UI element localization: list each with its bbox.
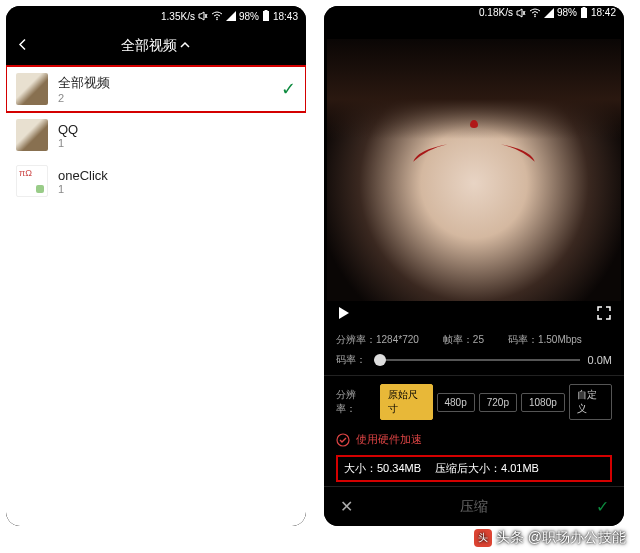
svg-point-6 bbox=[337, 434, 349, 446]
folder-name: oneClick bbox=[58, 168, 296, 183]
resolution-chip[interactable]: 自定义 bbox=[569, 384, 612, 420]
svg-point-3 bbox=[534, 15, 536, 17]
toutiao-icon: 头 bbox=[474, 529, 492, 547]
folder-name: QQ bbox=[58, 122, 296, 137]
folder-thumb bbox=[16, 165, 48, 197]
phone-right: 0.18K/s 98% 18:42 bbox=[324, 6, 624, 526]
chevron-up-icon[interactable] bbox=[179, 38, 191, 54]
clock-text: 18:42 bbox=[591, 7, 616, 18]
checkmark-circle-icon bbox=[336, 433, 350, 447]
size-info: 大小：50.34MB 压缩后大小：4.01MB bbox=[336, 455, 612, 482]
bitrate-value: 0.0M bbox=[588, 354, 612, 366]
mute-icon bbox=[198, 11, 208, 21]
folder-thumb bbox=[16, 73, 48, 105]
wifi-icon bbox=[529, 8, 541, 18]
hw-accel-row[interactable]: 使用硬件加速 bbox=[324, 428, 624, 451]
header-bar: 全部视频 bbox=[6, 26, 306, 66]
battery-text: 98% bbox=[557, 7, 577, 18]
bottom-bar: ✕ 压缩 ✓ bbox=[324, 486, 624, 526]
clock-text: 18:43 bbox=[273, 11, 298, 22]
signal-icon bbox=[544, 8, 554, 18]
svg-rect-5 bbox=[582, 7, 585, 8]
svg-rect-1 bbox=[263, 11, 269, 21]
resolution-label: 分辨率： bbox=[336, 388, 372, 416]
editor-area: 分辨率：1284*720 帧率：25 码率：1.50Mbps 码率： 0.0M … bbox=[324, 19, 624, 526]
confirm-button[interactable]: ✓ bbox=[580, 497, 624, 516]
battery-text: 98% bbox=[239, 11, 259, 22]
header-title[interactable]: 全部视频 bbox=[121, 37, 177, 55]
bitrate-label: 码率： bbox=[336, 353, 366, 367]
wifi-icon bbox=[211, 11, 223, 21]
watermark-text: 头条 @职场办公技能 bbox=[496, 529, 626, 547]
check-icon: ✓ bbox=[281, 78, 296, 100]
folder-count: 2 bbox=[58, 92, 271, 104]
play-icon[interactable] bbox=[336, 305, 352, 325]
bitrate-slider-row: 码率： 0.0M bbox=[324, 351, 624, 376]
net-speed: 1.35K/s bbox=[161, 11, 195, 22]
back-icon[interactable] bbox=[16, 38, 30, 55]
signal-icon bbox=[226, 11, 236, 21]
status-bar: 0.18K/s 98% 18:42 bbox=[324, 6, 624, 19]
folder-name: 全部视频 bbox=[58, 74, 271, 92]
folder-count: 1 bbox=[58, 183, 296, 195]
folder-row[interactable]: QQ 1 bbox=[6, 112, 306, 158]
watermark: 头 头条 @职场办公技能 bbox=[474, 529, 626, 547]
folder-thumb bbox=[16, 119, 48, 151]
battery-icon bbox=[580, 7, 588, 19]
resolution-chip[interactable]: 480p bbox=[437, 393, 475, 412]
svg-point-0 bbox=[216, 19, 218, 21]
battery-icon bbox=[262, 10, 270, 22]
mute-icon bbox=[516, 8, 526, 18]
svg-rect-4 bbox=[581, 8, 587, 18]
compress-button[interactable]: 压缩 bbox=[368, 498, 580, 516]
fullscreen-icon[interactable] bbox=[596, 305, 612, 325]
bitrate-slider[interactable] bbox=[374, 359, 580, 361]
svg-rect-2 bbox=[264, 10, 267, 11]
net-speed: 0.18K/s bbox=[479, 7, 513, 18]
resolution-row: 分辨率： 原始尺寸 480p 720p 1080p 自定义 bbox=[324, 376, 624, 428]
phone-left: 1.35K/s 98% 18:43 全部视频 全部视频 2 bbox=[6, 6, 306, 526]
video-info: 分辨率：1284*720 帧率：25 码率：1.50Mbps bbox=[324, 329, 624, 351]
folder-row[interactable]: oneClick 1 bbox=[6, 158, 306, 204]
video-preview bbox=[324, 19, 624, 329]
folder-row[interactable]: 全部视频 2 ✓ bbox=[6, 66, 306, 112]
folder-count: 1 bbox=[58, 137, 296, 149]
resolution-chip[interactable]: 1080p bbox=[521, 393, 565, 412]
resolution-chip[interactable]: 720p bbox=[479, 393, 517, 412]
folder-list: 全部视频 2 ✓ QQ 1 oneClick 1 bbox=[6, 66, 306, 526]
resolution-chip[interactable]: 原始尺寸 bbox=[380, 384, 432, 420]
video-frame[interactable] bbox=[327, 39, 621, 301]
cancel-button[interactable]: ✕ bbox=[324, 497, 368, 516]
hw-accel-label: 使用硬件加速 bbox=[356, 432, 422, 447]
status-bar: 1.35K/s 98% 18:43 bbox=[6, 6, 306, 26]
